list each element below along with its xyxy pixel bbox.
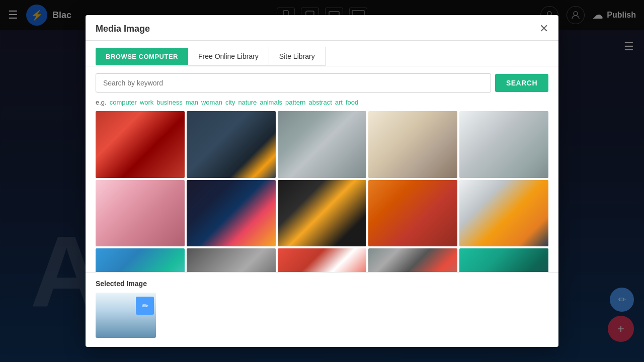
media-image-modal: Media Image ✕ BROWSE COMPUTER Free Onlin… (86, 15, 558, 347)
tab-site-library[interactable]: Site Library (269, 47, 326, 66)
image-item[interactable] (459, 111, 548, 178)
image-grid (96, 111, 548, 272)
kw-food[interactable]: food (346, 99, 358, 106)
selected-image-label: Selected Image (96, 280, 548, 288)
image-item[interactable] (96, 111, 185, 178)
modal-close-button[interactable]: ✕ (539, 23, 548, 34)
image-item[interactable] (96, 248, 185, 272)
kw-city[interactable]: city (225, 99, 235, 106)
tab-free-online-library[interactable]: Free Online Library (188, 47, 269, 66)
eg-label: e.g. (96, 99, 107, 106)
kw-woman[interactable]: woman (201, 99, 222, 106)
keyword-suggestions: e.g. computer work business man woman ci… (86, 97, 558, 111)
kw-art[interactable]: art (335, 99, 343, 106)
kw-computer[interactable]: computer (110, 99, 137, 106)
image-item[interactable] (368, 111, 457, 178)
kw-nature[interactable]: nature (238, 99, 257, 106)
image-item[interactable] (459, 248, 548, 272)
image-item[interactable] (368, 248, 457, 272)
tab-browse-computer[interactable]: BROWSE COMPUTER (96, 48, 188, 65)
image-item[interactable] (187, 248, 276, 272)
image-item[interactable] (459, 180, 548, 247)
search-button[interactable]: SEARCH (495, 74, 548, 92)
modal-overlay: Media Image ✕ BROWSE COMPUTER Free Onlin… (0, 0, 644, 362)
modal-title: Media Image (96, 24, 150, 34)
image-item[interactable] (96, 180, 185, 247)
image-item[interactable] (278, 111, 367, 178)
image-item[interactable] (278, 180, 367, 247)
search-input[interactable] (96, 73, 491, 93)
kw-abstract[interactable]: abstract (309, 99, 332, 106)
kw-work[interactable]: work (140, 99, 153, 106)
image-item[interactable] (187, 180, 276, 247)
kw-animals[interactable]: animals (260, 99, 282, 106)
image-item[interactable] (187, 111, 276, 178)
selected-image-wrapper: ✏ (96, 293, 156, 338)
search-area: SEARCH (86, 66, 558, 97)
selected-image-section: Selected Image ✏ (86, 272, 558, 347)
kw-pattern[interactable]: pattern (285, 99, 305, 106)
selected-image-edit-button[interactable]: ✏ (136, 297, 154, 315)
image-item[interactable] (278, 248, 367, 272)
selected-image-edit-icon: ✏ (142, 301, 148, 311)
modal-tabs: BROWSE COMPUTER Free Online Library Site… (86, 41, 558, 66)
modal-header: Media Image ✕ (86, 15, 558, 41)
kw-man[interactable]: man (186, 99, 198, 106)
image-grid-container[interactable] (86, 111, 558, 272)
kw-business[interactable]: business (156, 99, 182, 106)
image-item[interactable] (368, 180, 457, 247)
